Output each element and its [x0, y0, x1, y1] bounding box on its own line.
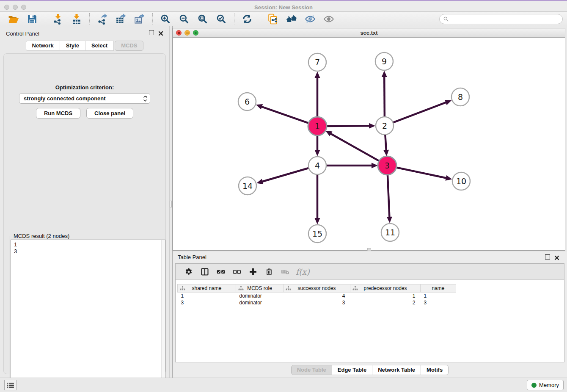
tab-motifs[interactable]: Motifs	[421, 365, 448, 375]
settings-icon[interactable]	[183, 266, 194, 277]
window-resize-handle[interactable]	[367, 248, 371, 251]
function-builder-icon: f(x)	[296, 266, 310, 277]
edge-2-8[interactable]	[392, 102, 446, 123]
network-graph: 7968124314101511	[173, 38, 565, 251]
tab-network-table[interactable]: Network Table	[372, 365, 421, 375]
table-cell[interactable]: 1	[178, 293, 236, 299]
edge-1-2[interactable]	[325, 126, 370, 126]
edge-2-9[interactable]	[384, 76, 385, 118]
import-table-icon[interactable]	[70, 13, 83, 25]
table-row[interactable]: 1dominator411	[178, 293, 456, 299]
delete-row-icon[interactable]	[264, 266, 275, 277]
table-cell[interactable]: 3	[178, 299, 236, 306]
add-row-icon[interactable]	[248, 266, 259, 277]
tab-network[interactable]: Network	[26, 41, 60, 51]
close-table-panel-icon[interactable]	[554, 254, 559, 262]
table-cell[interactable]: 3	[284, 299, 350, 306]
list-icon	[7, 382, 14, 388]
open-session-icon[interactable]	[7, 13, 20, 25]
graph-node-label: 15	[312, 229, 322, 238]
table-panel-title: Table Panel	[178, 254, 206, 260]
node-table[interactable]: shared nameMCDS rolesuccessor nodesprede…	[177, 284, 456, 306]
edge-arrow-icon	[387, 217, 392, 223]
deselect-all-icon[interactable]	[231, 266, 242, 277]
run-mcds-button[interactable]: Run MCDS	[36, 108, 80, 119]
show-all-icon[interactable]	[322, 13, 335, 25]
graph-node-label: 14	[242, 181, 253, 190]
table-cell[interactable]: 3	[421, 299, 456, 306]
zoom-selected-icon[interactable]	[215, 13, 228, 25]
search-box[interactable]	[439, 14, 563, 24]
network-window-titlebar[interactable]: scc.txt	[173, 28, 565, 38]
table-cell[interactable]: 1	[350, 293, 421, 299]
table-row[interactable]: 3dominator323	[178, 299, 456, 306]
float-panel-icon[interactable]	[149, 30, 154, 35]
task-history-button[interactable]	[4, 380, 17, 390]
table-cell[interactable]: 4	[284, 293, 350, 299]
close-panel-button[interactable]: Close panel	[86, 108, 133, 119]
edge-arrow-icon	[315, 218, 320, 224]
graph-node-label: 9	[382, 57, 387, 66]
column-label: predecessor nodes	[363, 285, 407, 291]
save-session-icon[interactable]	[26, 13, 39, 25]
edge-3-1[interactable]	[330, 133, 380, 162]
edge-arrow-icon	[382, 71, 387, 77]
graph-node-label: 10	[456, 177, 466, 186]
column-label: MCDS role	[247, 285, 272, 291]
edge-4-14[interactable]	[262, 168, 310, 182]
column-type-icon	[286, 286, 291, 291]
splitter-handle[interactable]	[170, 201, 172, 207]
memory-button[interactable]: Memory	[527, 380, 564, 390]
table-cell[interactable]: dominator	[236, 293, 284, 299]
delete-column-icon	[280, 266, 291, 277]
edge-2-3[interactable]	[385, 133, 386, 151]
edge-3-11[interactable]	[388, 173, 390, 218]
edge-1-6[interactable]	[261, 107, 310, 124]
zoom-in-icon[interactable]	[159, 13, 172, 25]
tab-select[interactable]: Select	[85, 41, 114, 51]
refresh-layout-icon[interactable]	[241, 13, 253, 25]
import-network-icon[interactable]	[52, 13, 64, 25]
table-cell[interactable]: dominator	[236, 299, 284, 306]
column-label: name	[432, 285, 444, 291]
column-header-MCDS-role[interactable]: MCDS role	[236, 284, 284, 293]
export-image-icon[interactable]	[133, 13, 146, 25]
select-all-icon[interactable]	[215, 266, 226, 277]
table-cell[interactable]: 1	[421, 293, 456, 299]
column-header-shared-name[interactable]: shared name	[178, 284, 236, 293]
vertical-splitter[interactable]	[169, 26, 173, 378]
hide-selected-icon[interactable]	[304, 13, 317, 25]
mcds-result-list[interactable]: 13	[11, 240, 165, 392]
criterion-select[interactable]: strongly connected component	[19, 93, 150, 104]
column-header-predecessor-nodes[interactable]: predecessor nodes	[350, 284, 421, 293]
zoom-fit-icon[interactable]	[196, 13, 209, 25]
edge-arrow-icon	[315, 72, 320, 78]
mcds-result-item[interactable]: 1	[14, 241, 165, 248]
edge-3-10[interactable]	[395, 167, 447, 178]
mcds-result-item[interactable]: 3	[14, 248, 165, 255]
tab-node-table[interactable]: Node Table	[292, 365, 332, 375]
table-toolbar: f(x)	[176, 264, 564, 280]
app-title: Session: New Session	[0, 4, 567, 11]
graph-node-label: 11	[385, 228, 395, 237]
tab-edge-table[interactable]: Edge Table	[332, 365, 372, 375]
column-header-name[interactable]: name	[421, 284, 456, 293]
result-scrollbar[interactable]	[161, 240, 165, 392]
float-table-panel-icon[interactable]	[545, 254, 550, 259]
close-panel-icon[interactable]	[158, 30, 163, 38]
toolbar-separator	[89, 13, 90, 25]
table-cell[interactable]: 2	[350, 299, 421, 306]
tab-mcds[interactable]: MCDS	[115, 41, 143, 51]
control-panel-title: Control Panel	[6, 30, 39, 37]
show-networks-icon[interactable]	[285, 13, 298, 25]
graph-node-label: 8	[458, 92, 463, 102]
column-header-successor-nodes[interactable]: successor nodes	[284, 284, 350, 293]
export-table-icon[interactable]	[115, 13, 127, 25]
tab-style[interactable]: Style	[60, 41, 85, 51]
export-network-icon[interactable]	[96, 13, 109, 25]
search-input[interactable]	[449, 15, 562, 23]
columns-icon[interactable]	[199, 266, 210, 277]
zoom-out-icon[interactable]	[178, 13, 190, 25]
network-canvas[interactable]: 7968124314101511	[173, 38, 565, 250]
duplicate-network-icon[interactable]	[267, 13, 279, 25]
